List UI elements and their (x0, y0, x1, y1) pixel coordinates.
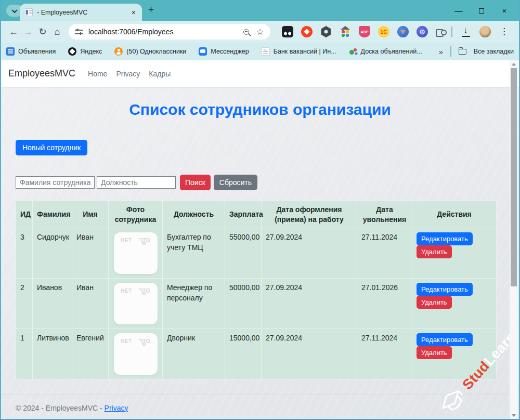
close-button[interactable]: × (493, 6, 516, 15)
zoom-out-icon[interactable] (243, 29, 249, 35)
site-favicon-icon (25, 8, 33, 16)
home-colored-extension-icon[interactable] (340, 26, 351, 37)
address-bar[interactable]: localhost:7006/Employees ☆ (69, 24, 270, 40)
header-position: Должность (163, 201, 225, 228)
scroll-down-icon[interactable] (510, 412, 518, 419)
all-bookmarks-label[interactable]: Все закладки (474, 48, 514, 55)
site-navbar: EmployeesMVC Home Privacy Кадры (1, 60, 519, 87)
edit-button[interactable]: Редактировать (417, 232, 473, 245)
new-employee-button[interactable]: Новый сотрудник (16, 140, 87, 155)
bookmarks-right-cluster: » Все закладки (439, 46, 514, 57)
filter-row: Поиск Сбросить (16, 175, 519, 190)
cell-actions: РедактироватьУдалить (412, 228, 497, 279)
panda-extension-icon[interactable] (282, 26, 293, 37)
browser-toolbar: ← → ↻ ⌂ localhost:7006/Employees ☆ ABP 1… (0, 21, 520, 43)
header-salary: Зарплата (225, 201, 262, 228)
cell-hire-date: 27.09.2024 (262, 279, 357, 329)
site-settings-icon[interactable] (75, 28, 83, 36)
cell-photo: НЕТ ФОТО (109, 279, 163, 329)
cell-photo: НЕТ ФОТО (109, 329, 163, 379)
cell-position: Дворник (163, 329, 225, 379)
table-header-row: ИД Фамилия Имя Фото сотрудника Должность… (16, 201, 497, 228)
adblock-extension-icon[interactable]: ABP (359, 26, 370, 37)
nav-link-privacy[interactable]: Privacy (116, 70, 140, 78)
cell-salary: 55000,00 (225, 228, 262, 279)
browser-tab[interactable]: - EmployeesMVC × (20, 4, 142, 21)
header-name: Имя (72, 201, 109, 228)
fox-extension-icon[interactable] (397, 26, 409, 37)
bookmarks-overflow-icon[interactable]: » (439, 47, 443, 56)
page-viewport: EmployeesMVC Home Privacy Кадры Список с… (1, 60, 519, 419)
search-button[interactable]: Поиск (180, 175, 211, 190)
downloads-icon[interactable]: ↓ (460, 26, 472, 37)
bookmark-ads[interactable]: Объявления (6, 47, 56, 56)
toolbar-divider (451, 27, 452, 37)
table-row: 2 Иванов Иван НЕТ ФОТО Менеджер по персо… (16, 279, 497, 329)
header-actions: Действия (412, 201, 497, 228)
cell-surname: Иванов (33, 279, 72, 329)
table-row: 3 Сидорчук Иван НЕТ ФОТО Бухгалтер по уч… (16, 228, 497, 279)
refresh-icon[interactable]: ↻ (35, 26, 50, 37)
bookmark-vacancy-bank[interactable]: Банк вакансий | Ин... (262, 47, 336, 56)
hexagon-extension-icon[interactable] (320, 26, 332, 37)
scrollbar-thumb[interactable] (511, 68, 517, 286)
1c-extension-icon[interactable]: 1С (378, 26, 389, 37)
page-title: Список сотрудников организации (1, 101, 519, 119)
vertical-scrollbar[interactable] (510, 60, 518, 419)
reset-button[interactable]: Сбросить (214, 175, 257, 190)
cell-name: Иван (72, 279, 109, 329)
yandex-extension-icon[interactable] (301, 26, 313, 37)
bookmark-messenger[interactable]: Мессенджер (199, 47, 249, 56)
delete-button[interactable]: Удалить (417, 296, 452, 309)
cell-id: 3 (16, 228, 33, 279)
header-surname: Фамилия (33, 201, 72, 228)
url-text[interactable]: localhost:7006/Employees (88, 28, 238, 36)
cell-fire-date: 27.11.2024 (357, 228, 412, 279)
cell-fire-date: 27.01.2026 (357, 279, 412, 329)
cell-actions: РедактироватьУдалить (412, 279, 497, 329)
profile-avatar[interactable] (479, 26, 491, 37)
extensions-puzzle-icon[interactable] (436, 29, 444, 37)
maximize-button[interactable] (470, 6, 493, 15)
yandex-star-icon (68, 47, 76, 56)
folder-icon (459, 49, 466, 55)
table-row: 1 Литвинов Евгений НЕТ ФОТО Дворник 1500… (16, 329, 497, 379)
globe-extension-icon[interactable]: ⊕ (417, 26, 428, 37)
edit-button[interactable]: Редактировать (417, 333, 473, 346)
delete-button[interactable]: Удалить (417, 346, 452, 359)
cell-photo: НЕТ ФОТО (109, 228, 163, 279)
forward-icon[interactable]: → (21, 27, 35, 37)
browser-window: - EmployeesMVC × + — × ← → ↻ ⌂ localhost… (0, 0, 520, 420)
minimize-button[interactable]: — (447, 6, 470, 15)
tab-close-icon[interactable]: × (131, 8, 137, 17)
edit-button[interactable]: Редактировать (417, 283, 473, 296)
browser-menu-icon[interactable]: ⋮ (499, 26, 510, 37)
window-controls: — × (447, 0, 516, 21)
graduation-cap-icon (435, 384, 470, 419)
bookmark-odnoklassniki[interactable]: (50) Одноклассники (114, 47, 186, 56)
bookmark-yandex[interactable]: Яндекс (68, 47, 102, 56)
cell-id: 1 (16, 329, 33, 379)
site-brand[interactable]: EmployeesMVC (8, 68, 75, 79)
bookmark-board[interactable]: Доска объявлений... (349, 47, 422, 56)
delete-button[interactable]: Удалить (417, 245, 452, 258)
no-photo-placeholder: НЕТ ФОТО (114, 283, 158, 324)
header-photo: Фото сотрудника (109, 201, 163, 228)
employees-table: ИД Фамилия Имя Фото сотрудника Должность… (16, 201, 497, 379)
nav-link-home[interactable]: Home (88, 70, 107, 78)
no-photo-placeholder: НЕТ ФОТО (114, 232, 158, 274)
home-icon[interactable]: ⌂ (50, 27, 64, 37)
back-icon[interactable]: ← (6, 27, 21, 37)
odnoklassniki-icon (114, 47, 123, 56)
bookmarks-divider (450, 46, 451, 57)
scroll-up-icon[interactable] (510, 60, 518, 68)
privacy-link[interactable]: Privacy (105, 404, 128, 412)
nav-link-kadry[interactable]: Кадры (149, 70, 171, 78)
new-tab-button[interactable]: + (148, 4, 154, 16)
bookmark-star-icon[interactable]: ☆ (256, 27, 264, 37)
position-input[interactable] (97, 176, 176, 189)
surname-input[interactable] (16, 176, 95, 189)
cell-position: Менеджер по персоналу (163, 279, 225, 329)
header-fire-date: Дата увольнения (357, 201, 412, 228)
document-icon (262, 47, 270, 56)
